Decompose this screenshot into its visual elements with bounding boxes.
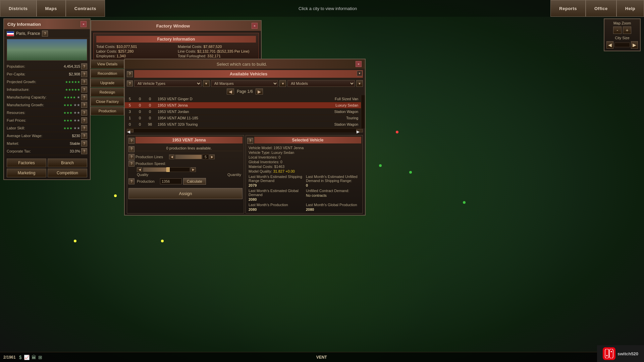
sel-title-help[interactable]: ? (247, 138, 253, 144)
city-info-close[interactable]: × (80, 21, 87, 27)
redesign-button[interactable]: Redesign (91, 88, 124, 97)
dollar-icon[interactable]: $ (19, 355, 22, 360)
zoom-minus-button[interactable]: - (613, 26, 622, 34)
labor-skill-help[interactable]: ? (81, 125, 87, 131)
infrastructure-row: Infrastructure: ★★★★★ ? (7, 86, 87, 94)
map-dot[interactable] (74, 240, 76, 242)
factories-button[interactable]: Factories (7, 159, 46, 167)
production-button[interactable]: Production (91, 107, 124, 115)
reports-button[interactable]: Reports (550, 0, 586, 17)
vehicle-model-row: Vehicle Model: 1953 VENT Jenna (247, 145, 361, 150)
production-input-help[interactable]: ? (128, 178, 135, 184)
market-help[interactable]: ? (81, 140, 87, 146)
infrastructure-label: Infrastructure: (7, 87, 30, 92)
material-costs-row: Material Costs: $1463 (247, 164, 361, 169)
prod-speed-row: ? Production Speed: (128, 161, 243, 167)
filter-help[interactable]: ? (127, 80, 133, 86)
building-icon[interactable]: 🏛 (32, 355, 36, 360)
infrastructure-help[interactable]: ? (81, 86, 87, 93)
population-help[interactable]: ? (81, 63, 87, 69)
maps-button[interactable]: Maps (37, 0, 66, 17)
models-filter[interactable]: All Models (287, 80, 355, 87)
contracts-button[interactable]: Contracts (66, 0, 105, 17)
h-scroll-left[interactable]: ◀ (127, 129, 133, 132)
prod-title-help[interactable]: ? (128, 138, 135, 144)
map-dot[interactable] (409, 171, 412, 174)
model-quality-row: Model Quality: 31.827 +0.00 (247, 169, 361, 174)
mfg-capacity-help[interactable]: ? (81, 94, 87, 100)
map-dot[interactable] (396, 131, 398, 133)
speed-track[interactable] (143, 167, 190, 172)
speed-right[interactable]: ▶ (191, 167, 196, 172)
vehicle-scrollbar[interactable] (361, 95, 365, 128)
city-size-plus[interactable]: ▶ (631, 41, 638, 49)
vehicle-types-arrow[interactable]: ▼ (203, 80, 210, 87)
zoom-plus-button[interactable]: + (623, 26, 631, 34)
city-help-button[interactable]: ? (42, 31, 48, 37)
factory-window-close[interactable]: × (252, 23, 258, 29)
production-panel: ? 1953 VENT Jenna ? 0 production lines a… (127, 135, 244, 214)
labor-costs: Labor Costs: $257,280 (96, 49, 174, 53)
h-scrollbar[interactable]: ◀ ▶ (127, 128, 363, 132)
table-row[interactable]: 1 0 0 1954 VENT ADM 11-185 Touring (125, 115, 361, 121)
production-input[interactable] (160, 178, 182, 184)
vehicle-window-close[interactable]: × (356, 61, 362, 67)
map-dot[interactable] (161, 240, 164, 242)
h-scroll-right[interactable]: ▶ (356, 129, 363, 132)
assign-button[interactable]: Assign (128, 188, 243, 199)
prod-lines-left[interactable]: ◀ (169, 155, 174, 159)
branch-button[interactable]: Branch (48, 159, 87, 167)
map-dot[interactable] (379, 164, 382, 167)
marques-arrow[interactable]: ▼ (279, 80, 286, 87)
districts-button[interactable]: Districts (0, 0, 37, 17)
view-details-button[interactable]: View Details (91, 60, 124, 68)
line-costs: Line Costs: $2,132,701 ($152,335 Per Lin… (178, 49, 256, 53)
prod-speed-help[interactable]: ? (128, 161, 135, 167)
fuel-prices-help[interactable]: ? (81, 117, 87, 123)
table-row[interactable]: 5 0 0 1953 VENT Jenna Luxury Sedan (125, 102, 361, 109)
avg-wage-help[interactable]: ? (81, 133, 87, 139)
map-dot[interactable] (463, 201, 466, 204)
city-size-minus[interactable]: ◀ (606, 41, 613, 49)
office-button[interactable]: Office (586, 0, 616, 17)
mfg-growth-help[interactable]: ? (81, 102, 87, 108)
competition-button[interactable]: Competition (48, 169, 87, 177)
per-capita-help[interactable]: ? (81, 71, 87, 77)
close-factory-button[interactable]: Close Factory (91, 97, 124, 106)
table-row[interactable]: 0 0 98 1955 VENT 320i Touring Station Wa… (125, 121, 361, 128)
quantity-label: Quantity (227, 173, 241, 177)
prod-lines-help[interactable]: ? (128, 154, 135, 160)
available-vehicles-help[interactable]: ? (127, 71, 133, 77)
avg-wage-label: Average Labor Wage: (7, 134, 42, 138)
prev-page-button[interactable]: ◀ (227, 88, 234, 95)
corporate-tax-help[interactable]: ? (81, 148, 87, 154)
marques-filter[interactable]: All Marques (211, 80, 278, 87)
map-dot[interactable] (114, 194, 117, 197)
population-value: 4,454,315 ? (64, 63, 87, 69)
vehicles-sort-button[interactable]: ▼ (357, 71, 362, 76)
marketing-button[interactable]: Marketing (7, 169, 46, 177)
nav-right: Reports Office Help (550, 0, 644, 17)
upgrade-button[interactable]: Upgrade (91, 78, 124, 87)
market-label: Market: (7, 141, 19, 145)
models-arrow[interactable]: ▼ (356, 80, 363, 87)
prod-avail-help[interactable]: ? (128, 146, 135, 152)
resources-help[interactable]: ? (81, 110, 87, 116)
prod-title: 1953 VENT Jenna (136, 137, 243, 143)
calculate-button[interactable]: Calculate (183, 178, 206, 185)
factory-info-box: Factory Information Total Costs: $10,077… (93, 33, 259, 61)
table-row[interactable]: 5 0 0 1953 VENT Ginger D Full Sized Van (125, 96, 361, 102)
city-action-buttons: Factories Branch Marketing Competition (4, 157, 90, 179)
table-row[interactable]: 3 0 0 1953 VENT Jordan Station Wagon (125, 109, 361, 115)
recondition-button[interactable]: Recondition (91, 69, 124, 78)
help-button[interactable]: Help (616, 0, 644, 17)
city-info-title: City Information (7, 22, 41, 27)
vehicle-types-filter[interactable]: All Vehicle Types (134, 80, 202, 87)
chart-icon[interactable]: 📈 (24, 355, 30, 360)
vehicle-bottom-panels: ? 1953 VENT Jenna ? 0 production lines a… (125, 134, 365, 215)
speed-left[interactable]: ◀ (137, 167, 142, 172)
projected-growth-help[interactable]: ? (81, 79, 87, 85)
prod-lines-right[interactable]: ▶ (209, 155, 215, 159)
grid-icon[interactable]: ⊞ (38, 355, 42, 360)
next-page-button[interactable]: ▶ (256, 88, 263, 95)
